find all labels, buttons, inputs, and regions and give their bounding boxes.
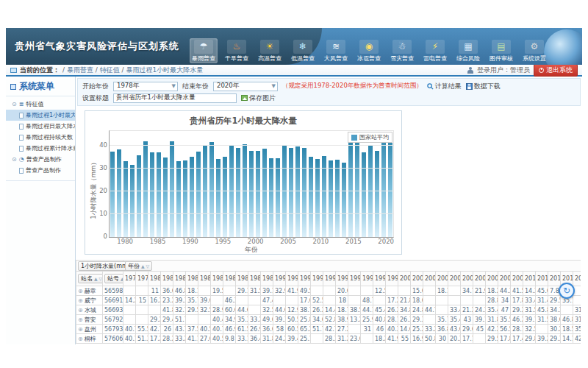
chart: 贵州省历年1小时最大降水量 1小时降水量（mm） 010203040 国家站平均… xyxy=(85,110,402,255)
value-cell: 18 xyxy=(336,296,348,305)
value-cell xyxy=(198,315,211,325)
nav-drought-survey[interactable]: ♨干旱普查 xyxy=(223,38,251,63)
sidebar-item-label: 普查产品制作 xyxy=(26,166,61,174)
station-name-cell: ⊕盘州 xyxy=(76,325,103,334)
expand-icon[interactable]: ⊕ xyxy=(78,316,83,323)
value-cell: 39.1 xyxy=(473,315,486,325)
value-cell xyxy=(273,296,286,305)
value-cell: 51.7 xyxy=(173,315,186,325)
value-cell: 29.5 xyxy=(548,296,561,305)
document-icon xyxy=(19,113,24,118)
x-tick-label: 2000 xyxy=(248,238,264,245)
value-cell xyxy=(136,286,148,296)
value-cell xyxy=(473,296,486,305)
bar-1983 xyxy=(143,141,148,237)
value-cell: 11 xyxy=(148,286,161,296)
value-cell: 35.7 xyxy=(436,315,448,325)
download-button[interactable]: 数据下载 xyxy=(466,82,501,91)
chart-title: 贵州省历年1小时最大降水量 xyxy=(93,116,394,126)
breadcrumb-link[interactable]: 特征值 xyxy=(100,66,120,74)
value-cell: 17.8 xyxy=(498,334,511,344)
x-tick-label: 1985 xyxy=(150,238,166,245)
bar-2015 xyxy=(355,139,359,237)
bar-1999 xyxy=(249,151,254,237)
nav-hail-survey[interactable]: ◉冰雹普查 xyxy=(355,38,383,63)
nav-wind-survey[interactable]: ≋大风普查 xyxy=(322,38,350,63)
sidebar-item[interactable]: 暴雨过程持续天数 xyxy=(6,132,75,143)
value-cell: 17.4 xyxy=(511,334,523,344)
value-cell: 31.9 xyxy=(573,305,581,315)
user-icon xyxy=(467,67,473,74)
sidebar-item[interactable]: 暴雨过程1小时最大降水量 xyxy=(6,110,75,121)
value-cell: 51.3 xyxy=(136,334,148,344)
value-cell: 39.4 xyxy=(286,334,298,344)
chart-legend: 国家站平均 xyxy=(348,132,392,143)
year-field-chip[interactable]: 年份 ▲ ▽ xyxy=(125,261,152,271)
nav-label: 暴雨普查 xyxy=(192,54,215,63)
expand-icon[interactable]: ⊕ xyxy=(78,288,83,294)
value-cell: 20.6 xyxy=(336,286,348,296)
value-cell: 25.8 xyxy=(298,315,311,325)
year-header-cell: 2014 xyxy=(573,272,581,286)
value-cell: 39.3 xyxy=(273,315,286,325)
floating-refresh-button[interactable]: ↻ xyxy=(559,283,575,299)
breadcrumb: 当前的位置： / 暴雨普查 / 特征值 / 暴雨过程1小时最大降水量 xyxy=(10,66,203,75)
value-cell xyxy=(423,286,436,296)
nav-comprehensive-risk[interactable]: ▦综合风险 xyxy=(454,38,482,63)
breadcrumb-link[interactable]: 暴雨普查 xyxy=(67,66,93,74)
expand-icon[interactable]: ⊕ xyxy=(78,336,83,342)
value-cell: 20.3 xyxy=(448,334,461,344)
value-cell: 45.4 xyxy=(373,305,386,315)
nav-map-review[interactable]: ▤图件审核 xyxy=(487,38,515,63)
nav-lightning-survey[interactable]: ⚡雷电普查 xyxy=(421,38,449,63)
logout-button[interactable]: 退出系统 xyxy=(534,64,578,77)
user-area: 登录用户：管理员 退出系统 xyxy=(467,64,578,77)
bar-2000 xyxy=(256,151,260,237)
station-id-header: 站号 ▲ ▽ xyxy=(103,272,123,286)
value-cell: 40.8 xyxy=(373,315,386,325)
bar-2009 xyxy=(315,159,320,237)
value-cell: 32.5 xyxy=(523,325,536,334)
value-cell: 46.8 xyxy=(561,315,573,325)
legend-label: 国家站平均 xyxy=(359,133,389,141)
value-cell xyxy=(136,305,148,315)
sidebar-item[interactable]: 普查产品制作 xyxy=(6,165,75,176)
value-cell: 29.3 xyxy=(411,315,423,325)
sidebar-group-0[interactable]: ⊙≣特征值 xyxy=(6,99,75,110)
sidebar-item[interactable]: 暴雨过程累计降水量 xyxy=(6,143,75,154)
nav-rainstorm-survey[interactable]: ☂暴雨普查 xyxy=(190,38,218,63)
value-cell: 15 xyxy=(136,296,148,305)
year-header-cell: 2006 xyxy=(473,272,486,286)
x-tick-label: 2020 xyxy=(378,238,394,245)
station-name-chip[interactable]: 站名 ▲ ▽ xyxy=(78,274,103,283)
station-name-cell: ⊕水城 xyxy=(76,305,103,315)
save-image-button[interactable]: 保存图片 xyxy=(241,93,276,103)
nav-high-temp-survey[interactable]: ☀高温普查 xyxy=(256,38,284,63)
nav-system-settings[interactable]: ⚙系统设置 xyxy=(520,38,548,63)
sidebar-group-1[interactable]: ⊙◔普查产品制作 xyxy=(6,154,75,165)
value-cell: 18.6 xyxy=(411,296,423,305)
sidebar-item[interactable]: 暴雨过程日最大降水量 xyxy=(6,121,75,132)
value-cell: 43.6 xyxy=(448,325,461,334)
expand-icon[interactable]: ⊕ xyxy=(78,326,83,333)
start-year-select[interactable]: 1978年▼ xyxy=(113,82,178,91)
station-id-chip[interactable]: 站号 ▲ ▽ xyxy=(104,274,123,283)
value-cell: 34.8 xyxy=(398,305,411,315)
document-icon xyxy=(19,146,24,152)
value-cell: 17.2 xyxy=(386,296,398,305)
value-cell: 65.2 xyxy=(298,325,311,334)
end-year-select[interactable]: 2020年▼ xyxy=(213,82,278,91)
value-cell: 55 xyxy=(398,334,411,344)
sidebar-group-label: 特征值 xyxy=(26,100,43,108)
calculate-button[interactable]: 计算结果 xyxy=(427,82,462,91)
chart-title-input[interactable] xyxy=(113,93,237,103)
sidebar-item-label: 暴雨过程累计降水量 xyxy=(26,144,75,152)
expand-icon[interactable]: ⊕ xyxy=(78,297,83,304)
nav-low-temp-survey[interactable]: ❄低温普查 xyxy=(289,38,317,63)
expand-icon[interactable]: ⊕ xyxy=(78,307,83,314)
nav-snow-survey[interactable]: ☃雪灾普查 xyxy=(388,38,416,63)
breadcrumb-link[interactable]: 暴雨过程1小时最大降水量 xyxy=(126,66,203,74)
year-header-cell: 1999 xyxy=(386,272,398,286)
breadcrumb-bar: 当前的位置： / 暴雨普查 / 特征值 / 暴雨过程1小时最大降水量 登录用户：… xyxy=(6,65,582,77)
value-cell xyxy=(348,286,361,296)
